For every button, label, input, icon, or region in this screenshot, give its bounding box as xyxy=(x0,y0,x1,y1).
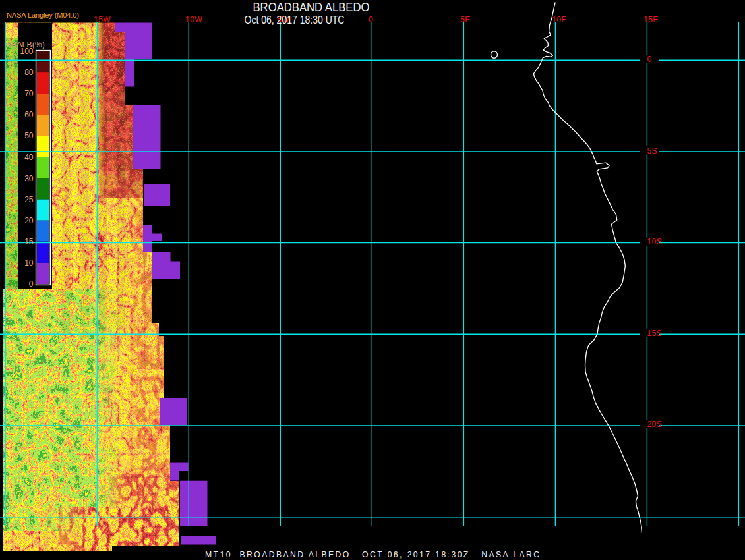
svg-text:0: 0 xyxy=(647,55,652,64)
svg-text:0: 0 xyxy=(369,15,373,24)
svg-text:NASA Langley (M04.0): NASA Langley (M04.0) xyxy=(7,11,79,19)
svg-text:50: 50 xyxy=(24,131,34,140)
svg-text:60: 60 xyxy=(24,110,34,119)
svg-text:15: 15 xyxy=(24,237,34,246)
svg-text:10: 10 xyxy=(24,258,34,267)
svg-text:40: 40 xyxy=(24,153,34,162)
svg-text:BROADBAND ALBEDO: BROADBAND ALBEDO xyxy=(253,1,370,14)
svg-text:5E: 5E xyxy=(460,15,470,24)
svg-text:30: 30 xyxy=(24,174,34,183)
svg-text:BBALB(%): BBALB(%) xyxy=(6,40,45,49)
svg-text:20: 20 xyxy=(24,216,34,225)
svg-text:10S: 10S xyxy=(647,237,663,246)
svg-text:10E: 10E xyxy=(552,15,567,24)
svg-text:Oct 06, 2017 18:30 UTC: Oct 06, 2017 18:30 UTC xyxy=(245,13,345,26)
svg-text:0: 0 xyxy=(29,279,34,289)
svg-text:MT10 BROADBAND ALBEDO OCT 0: MT10 BROADBAND ALBEDO OCT 06, 2017 18:30… xyxy=(205,550,539,559)
svg-text:15S: 15S xyxy=(647,329,663,338)
svg-text:15W: 15W xyxy=(94,15,111,24)
svg-text:5S: 5S xyxy=(647,146,657,155)
svg-text:70: 70 xyxy=(24,89,34,98)
svg-text:25: 25 xyxy=(24,195,34,204)
svg-text:80: 80 xyxy=(24,68,34,77)
svg-text:15E: 15E xyxy=(643,15,659,24)
svg-text:10W: 10W xyxy=(185,15,202,24)
svg-text:20S: 20S xyxy=(647,420,663,429)
